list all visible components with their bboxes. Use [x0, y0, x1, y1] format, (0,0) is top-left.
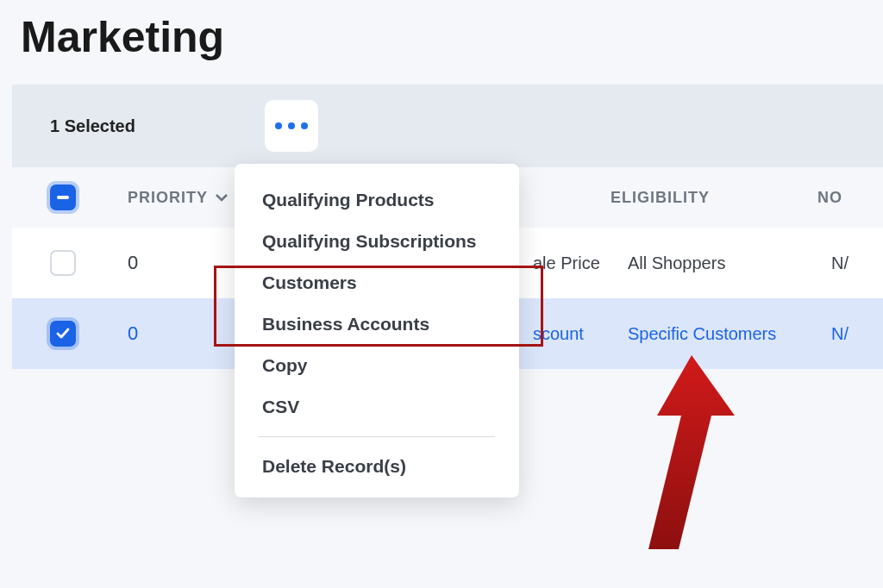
column-header-no[interactable]: NO — [817, 189, 869, 207]
menu-item-delete-records[interactable]: Delete Record(s) — [235, 446, 519, 487]
svg-marker-0 — [648, 355, 735, 549]
select-all-checkbox[interactable] — [50, 185, 76, 210]
row-checkbox[interactable] — [50, 321, 76, 347]
menu-item-qualifying-products[interactable]: Qualifying Products — [235, 179, 519, 221]
column-header-priority-label: Priority — [128, 189, 208, 207]
menu-item-csv[interactable]: CSV — [235, 386, 519, 428]
menu-item-copy[interactable]: Copy — [235, 345, 519, 386]
ellipsis-icon — [275, 122, 308, 129]
menu-item-qualifying-subscriptions[interactable]: Qualifying Subscriptions — [235, 221, 519, 262]
row-checkbox[interactable] — [50, 250, 76, 276]
cell-type: scount — [533, 324, 628, 344]
cell-eligibility: All Shoppers — [628, 253, 831, 273]
cell-eligibility: Specific Customers — [628, 324, 831, 344]
column-header-eligibility[interactable]: Eligibility — [611, 189, 817, 207]
page-title: Marketing — [12, 0, 883, 84]
cell-no: N/ — [831, 324, 883, 344]
more-actions-button[interactable] — [265, 100, 318, 152]
selected-count-label: 1 Selected — [50, 116, 135, 136]
menu-divider — [259, 436, 495, 437]
annotation-arrow-icon — [579, 355, 752, 562]
check-icon — [55, 326, 71, 341]
cell-no: N/ — [831, 253, 883, 273]
menu-item-business-accounts[interactable]: Business Accounts — [235, 303, 519, 345]
chevron-down-icon — [215, 191, 229, 204]
actions-dropdown: Qualifying Products Qualifying Subscript… — [235, 164, 519, 497]
menu-item-customers[interactable]: Customers — [235, 262, 519, 303]
selection-toolbar: 1 Selected — [12, 84, 883, 167]
cell-type: ale Price — [533, 253, 628, 273]
